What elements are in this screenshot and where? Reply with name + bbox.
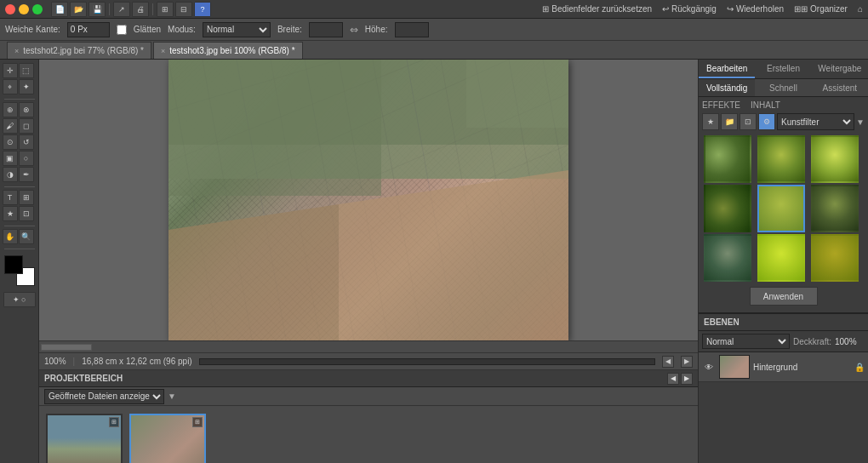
fx-btn-2[interactable]: 📁	[721, 113, 738, 130]
transform-tool[interactable]: ⊞	[19, 190, 34, 205]
main-layout: ✛ ⬚ ⌖ ✦ ⊕ ⊗ 🖌 ◻ ⊙ ↺ ▣ ○	[0, 60, 868, 463]
status-sep: |	[73, 357, 76, 366]
redo-btn[interactable]: ↪ Wiederholen	[727, 4, 784, 14]
width-input[interactable]	[309, 22, 343, 37]
new-file-btn[interactable]: 📄	[51, 2, 68, 17]
layer-mode-select[interactable]: Normal	[702, 334, 790, 349]
layer-item[interactable]: 👁 Hintergrund 🔒	[699, 352, 868, 382]
redo-icon: ↪	[727, 4, 734, 14]
eyedropper-tool[interactable]: ⊕	[3, 102, 18, 117]
filter-category-select[interactable]: Kunstfilter	[777, 113, 854, 130]
nav-next-btn[interactable]: ▶	[681, 356, 693, 368]
grid-view2-btn[interactable]: ⊟	[175, 2, 192, 17]
gradient-tool[interactable]: ▣	[3, 151, 18, 166]
pen-tool[interactable]: ✒	[19, 167, 34, 182]
marquee-tool[interactable]: ⬚	[19, 63, 34, 78]
dodge-tool[interactable]: ◑	[3, 167, 18, 182]
history-brush-tool[interactable]: ↺	[19, 134, 34, 150]
height-label: Höhe:	[365, 25, 388, 34]
proj-nav-prev[interactable]: ◀	[667, 373, 679, 385]
lasso-tool[interactable]: ⌖	[3, 79, 18, 94]
foreground-color-swatch[interactable]	[4, 255, 23, 274]
text-tool[interactable]: T	[3, 190, 18, 205]
eraser-tool[interactable]: ◻	[19, 118, 34, 134]
rp-tab-bearbeiten[interactable]: Bearbeiten	[699, 60, 755, 78]
smooth-label: Glätten	[134, 25, 161, 34]
fx-btn-3[interactable]: ⊡	[740, 113, 757, 130]
home-btn[interactable]: ⌂	[858, 4, 863, 14]
filter-grid	[702, 134, 865, 283]
open-file-btn[interactable]: 📂	[70, 2, 87, 17]
tab-close-1[interactable]: ×	[161, 47, 165, 55]
h-scroll[interactable]	[39, 340, 698, 352]
project-thumb-0[interactable]: ⊞	[46, 414, 123, 463]
undo-btn[interactable]: ↩ Rückgängig	[662, 4, 717, 14]
project-thumb-1[interactable]: ⊞	[129, 414, 206, 463]
status-bar: 100% | 16,88 cm x 12,62 cm (96 ppi) ◀ ▶	[39, 352, 698, 369]
tool-sep-3	[4, 226, 35, 226]
rp-tab-erstellen[interactable]: Erstellen	[755, 60, 811, 78]
sep2	[152, 3, 153, 15]
help-btn[interactable]: ?	[194, 2, 211, 17]
print-btn[interactable]: 🖨	[132, 2, 149, 17]
layer-visibility-toggle[interactable]: 👁	[702, 360, 716, 374]
move-tool[interactable]: ✛	[3, 63, 18, 78]
project-filter-select[interactable]: Geöffnete Dateien anzeige	[44, 389, 164, 404]
maximize-button[interactable]	[32, 4, 43, 14]
filter-thumb-6[interactable]	[704, 234, 751, 282]
soft-edge-input[interactable]	[67, 22, 110, 37]
mode-select[interactable]: Normal	[203, 22, 271, 37]
zoom-tool[interactable]: 🔍	[19, 229, 34, 244]
organizer-btn[interactable]: ⊞⊞ Organizer	[794, 4, 848, 14]
spot-heal-tool[interactable]: ⊗	[19, 102, 34, 117]
clone-tool[interactable]: ⊙	[3, 134, 18, 150]
brush-tool[interactable]: 🖌	[3, 118, 18, 134]
rp-sub-schnell[interactable]: Schnell	[755, 79, 811, 96]
canvas-svg-overlay	[168, 60, 568, 340]
rp-sub-assistent[interactable]: Assistent	[812, 79, 868, 96]
filter-thumb-4[interactable]	[757, 185, 805, 232]
grid-view-btn[interactable]: ⊞	[157, 2, 174, 17]
rp-sub-vollstandig[interactable]: Vollständig	[699, 79, 755, 96]
reset-fields-btn[interactable]: ⊞ Bedienfelder zurücksetzen	[542, 4, 652, 14]
minimize-button[interactable]	[19, 4, 29, 14]
filter-thumb-5[interactable]	[811, 185, 859, 232]
share-btn[interactable]: ↗	[113, 2, 130, 17]
filter-thumb-0[interactable]	[704, 135, 751, 183]
filter-thumb-8[interactable]	[811, 234, 859, 282]
fx-btn-4[interactable]: ⚙	[758, 113, 775, 130]
smooth-checkbox[interactable]	[117, 25, 127, 35]
height-input[interactable]	[395, 22, 429, 37]
home-icon: ⌂	[858, 4, 863, 14]
color-swatch-area	[4, 255, 35, 286]
svg-rect-21	[168, 60, 381, 196]
filter-thumb-7[interactable]	[757, 234, 805, 282]
filter-thumb-3[interactable]	[704, 185, 751, 232]
tab-close-0[interactable]: ×	[14, 47, 19, 55]
rp-tab-weitergabe[interactable]: Weitergabe	[812, 60, 868, 78]
fx-btn-1[interactable]: ★	[702, 113, 719, 130]
crop-tool[interactable]: ⊡	[19, 206, 34, 221]
filter-thumb-2[interactable]	[811, 135, 859, 183]
undo-icon: ↩	[662, 4, 669, 14]
hand-tool[interactable]: ✋	[3, 229, 18, 244]
filter-thumb-1[interactable]	[757, 135, 805, 183]
tab-1[interactable]: × testshot3.jpg bei 100% (RGB/8) *	[153, 42, 303, 59]
project-header: PROJEKTBEREICH ◀ ▶	[39, 370, 698, 387]
traffic-lights	[5, 4, 43, 14]
apply-button[interactable]: Anwenden	[750, 287, 818, 306]
thumb-icon-0: ⊞	[109, 417, 119, 427]
right-panel-tabs: Bearbeiten Erstellen Weitergabe	[699, 60, 868, 79]
nav-prev-btn[interactable]: ◀	[662, 356, 674, 368]
close-button[interactable]	[5, 4, 15, 14]
magic-wand-tool[interactable]: ✦	[19, 79, 34, 94]
save-file-btn[interactable]: 💾	[89, 2, 106, 17]
tool-group-select: ✛ ⬚ ⌖ ✦	[3, 63, 37, 94]
effects-tool[interactable]: ✦ ○	[3, 292, 36, 307]
proj-nav-next[interactable]: ▶	[681, 373, 693, 385]
tab-0[interactable]: × testshot2.jpg bei 77% (RGB/8) *	[7, 42, 151, 59]
blur-tool[interactable]: ○	[19, 151, 34, 166]
h-scroll-thumb[interactable]	[41, 344, 92, 351]
tool-sep-1	[4, 99, 35, 100]
shape-tool[interactable]: ★	[3, 206, 18, 221]
